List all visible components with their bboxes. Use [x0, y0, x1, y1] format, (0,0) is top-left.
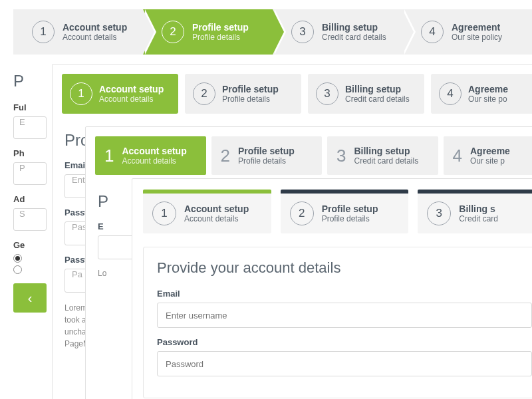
step-subtitle: Account details [184, 214, 249, 223]
step-subtitle: Credit card [459, 214, 498, 223]
wizard-d-step-2[interactable]: 2 Profile setup Profile details [281, 190, 409, 233]
arrow-icon [211, 136, 223, 175]
radio-icon [13, 254, 22, 263]
step-subtitle: Account details [63, 33, 127, 42]
step-subtitle: Profile details [238, 156, 295, 166]
wizard-d-step-1[interactable]: 1 Account setup Account details [143, 190, 271, 233]
step-number: 1 [70, 82, 92, 105]
step-title: Profile setup [238, 146, 295, 156]
card-layer-4: 1 Account setup Account details 2 Profil… [132, 178, 532, 399]
step-number: 2 [193, 82, 215, 105]
step-number: 4 [421, 21, 444, 43]
wizard-a-step-1[interactable]: 1 Account setup Account details [13, 9, 143, 55]
step-title: Account setup [184, 203, 249, 214]
step-number: 3 [427, 201, 451, 225]
arrow-icon [94, 136, 106, 175]
wizard-b-step-2[interactable]: 2 Profile setup Profile details [185, 74, 301, 114]
step-title: Billing s [459, 203, 498, 214]
step-subtitle: Account details [99, 94, 164, 104]
fullname-input[interactable]: E [13, 116, 47, 139]
chevron-left-icon: ‹ [28, 291, 33, 306]
step-title: Account setup [122, 146, 186, 156]
address-label: Ad [13, 194, 53, 204]
arrow-icon [327, 136, 338, 175]
step-title: Account setup [63, 22, 127, 33]
gender-label: Ge [13, 240, 53, 250]
step-title: Profile setup [192, 22, 249, 33]
wizard-c-step-1[interactable]: 1 Account setup Account details [95, 136, 206, 175]
step-number: 1 [152, 201, 176, 225]
wizard-d-step-3[interactable]: 3 Billing s Credit card [418, 190, 532, 233]
step-subtitle: Credit card details [354, 156, 418, 166]
wizard-arrow-row: 1 Account setup Account details 2 Profil… [13, 9, 532, 55]
email-label: Email [157, 289, 532, 299]
step-title: Profile setup [322, 203, 378, 214]
wizard-pill-row: 1 Account setup Account details 2 Profil… [53, 65, 532, 123]
email-input[interactable] [157, 303, 532, 328]
form-layer-1: P Ful E Ph P Ad S Ge ‹ [13, 72, 53, 313]
phone-label: Ph [13, 148, 53, 158]
wizard-a-step-3[interactable]: 3 Billing setup Credit card details [273, 9, 402, 55]
arrow-icon [443, 136, 455, 175]
back-button[interactable]: ‹ [13, 283, 47, 313]
wizard-b-step-3[interactable]: 3 Billing setup Credit card details [308, 74, 424, 114]
gender-radio-1[interactable] [13, 254, 53, 263]
radio-icon [13, 265, 22, 274]
step-number: 3 [291, 21, 314, 43]
step-title: Agreeme [468, 84, 508, 94]
step-subtitle: Profile details [222, 94, 279, 104]
password-label: Password [157, 337, 532, 347]
step-title: Account setup [99, 84, 164, 94]
step-number: 2 [162, 21, 184, 43]
wizard-c-step-2[interactable]: 2 Profile setup Profile details [211, 136, 323, 175]
step-subtitle: Profile details [322, 214, 378, 223]
account-form: Provide your account details Email Passw… [143, 247, 532, 398]
step-title: Billing setup [322, 22, 386, 33]
step-title: Billing setup [354, 146, 418, 156]
step-number: 2 [290, 201, 314, 225]
wizard-c-step-4[interactable]: 4 Agreeme Our site p [444, 136, 533, 175]
step-title: Billing setup [345, 84, 410, 94]
wizard-b-step-1[interactable]: 1 Account setup Account details [62, 74, 178, 114]
form-heading: P [13, 72, 53, 90]
wizard-tabbed-row: 1 Account setup Account details 2 Profil… [132, 179, 532, 244]
step-subtitle: Our site policy [452, 33, 502, 42]
step-title: Agreeme [470, 146, 510, 156]
step-number: 4 [439, 82, 462, 105]
wizard-b-step-4[interactable]: 4 Agreeme Our site po [431, 74, 532, 114]
step-subtitle: Profile details [192, 33, 249, 42]
step-subtitle: Our site p [470, 156, 510, 166]
step-subtitle: Account details [122, 156, 186, 166]
step-number: 3 [316, 82, 338, 105]
password-input[interactable] [157, 351, 532, 376]
wizard-a-step-4[interactable]: 4 Agreement Our site policy [402, 9, 532, 55]
step-subtitle: Credit card details [345, 94, 410, 104]
wizard-c-step-3[interactable]: 3 Billing setup Credit card details [327, 136, 438, 175]
step-title: Agreement [452, 22, 502, 33]
wizard-a-step-2[interactable]: 2 Profile setup Profile details [143, 9, 273, 55]
step-subtitle: Our site po [468, 94, 508, 104]
wizard-arrowpill-row: 1 Account setup Account details 2 Profil… [86, 127, 532, 184]
gender-radio-2[interactable] [13, 265, 53, 274]
fullname-label: Ful [13, 102, 53, 112]
phone-input[interactable]: P [13, 162, 47, 185]
form-heading: Provide your account details [157, 259, 532, 277]
step-title: Profile setup [222, 84, 279, 94]
address-input[interactable]: S [13, 208, 47, 231]
step-number: 1 [32, 21, 55, 43]
step-subtitle: Credit card details [322, 33, 386, 42]
